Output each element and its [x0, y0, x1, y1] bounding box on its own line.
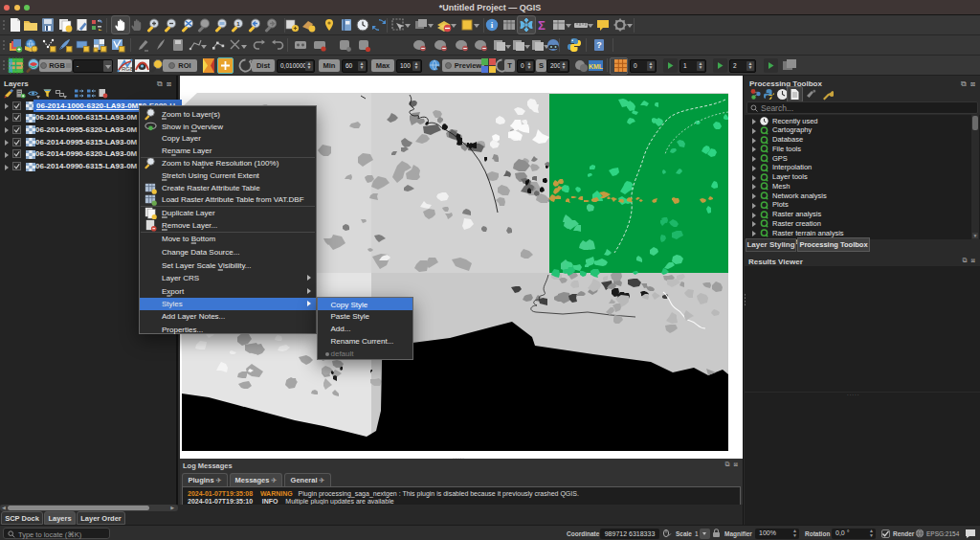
- svg-text:KML: KML: [589, 63, 604, 70]
- svg-text:?: ?: [596, 40, 602, 50]
- svg-text:Σ: Σ: [538, 18, 546, 33]
- svg-text:RGB: RGB: [122, 66, 133, 72]
